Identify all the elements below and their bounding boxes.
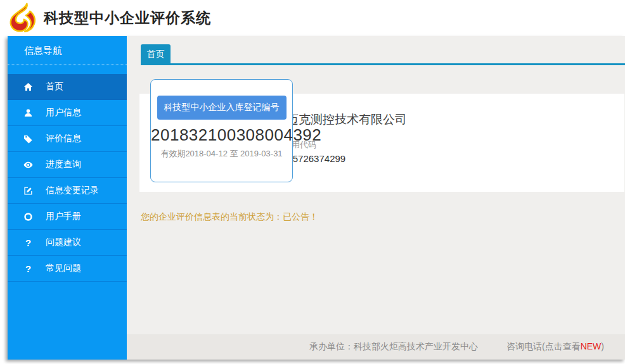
- sidebar-item-label: 进度查询: [46, 159, 81, 170]
- registration-validity: 有效期2018-04-12 至 2019-03-31: [151, 148, 292, 160]
- page-footer: 承办单位：科技部火炬高技术产业开发中心 咨询电话(点击查看NEW): [127, 334, 625, 360]
- registration-badge-button[interactable]: 科技型中小企业入库登记编号: [157, 96, 287, 120]
- question-icon: ?: [23, 263, 34, 274]
- footer-organizer: 承办单位：科技部火炬高技术产业开发中心: [309, 341, 478, 353]
- sidebar-nav: 信息导航 首页 用户信息 评价信息: [8, 36, 127, 360]
- user-icon: [23, 108, 34, 118]
- new-badge: NEW: [581, 341, 602, 351]
- registration-number: 201832100308004392: [151, 125, 292, 145]
- sidebar-item-user-manual[interactable]: 用户手册: [8, 204, 127, 230]
- sidebar-item-label: 首页: [46, 81, 63, 92]
- sidebar-title: 信息导航: [8, 36, 127, 65]
- footer-phone-text: 咨询电话(点击查看: [506, 341, 581, 351]
- sidebar-item-user-info[interactable]: 用户信息: [8, 100, 127, 126]
- tab-underline: [141, 63, 625, 65]
- sidebar-menu: 首页 用户信息 评价信息 进度查询: [8, 74, 127, 282]
- sidebar-item-change-records[interactable]: 信息变更记录: [8, 178, 127, 204]
- sidebar-item-label: 用户手册: [46, 211, 81, 222]
- app-header: 科技型中小企业评价系统: [0, 0, 625, 36]
- question-icon: ?: [23, 237, 34, 248]
- footer-phone-link[interactable]: 咨询电话(点击查看NEW): [506, 341, 604, 353]
- ring-icon: [23, 211, 34, 222]
- sidebar-item-label: 用户信息: [46, 107, 81, 118]
- sidebar-item-progress-query[interactable]: 进度查询: [8, 152, 127, 178]
- sidebar-item-home[interactable]: 首页: [8, 74, 127, 100]
- footer-phone-close: ): [601, 341, 604, 351]
- torch-logo-icon: [8, 1, 38, 35]
- sidebar-item-suggestions[interactable]: ? 问题建议: [8, 230, 127, 256]
- sidebar-item-label: 问题建议: [46, 237, 81, 248]
- status-message: 您的企业评价信息表的当前状态为：已公告！: [141, 211, 318, 223]
- page-title: 科技型中小企业评价系统: [44, 8, 211, 28]
- sidebar-item-evaluation-info[interactable]: 评价信息: [8, 126, 127, 152]
- main-content: 首页 科技型中小企业入库登记编号 201832100308004392 有效期2…: [127, 36, 625, 360]
- sidebar-item-label: 信息变更记录: [46, 185, 99, 196]
- app-body: 信息导航 首页 用户信息 评价信息: [8, 36, 625, 360]
- home-icon: [23, 82, 34, 92]
- registration-card: 科技型中小企业入库登记编号 201832100308004392 有效期2018…: [150, 79, 293, 182]
- tag-icon: [23, 134, 34, 144]
- sidebar-item-faq[interactable]: ? 常见问题: [8, 256, 127, 282]
- tab-home[interactable]: 首页: [141, 44, 171, 63]
- sidebar-item-label: 常见问题: [46, 263, 81, 274]
- sidebar-item-label: 评价信息: [46, 133, 81, 144]
- edit-icon: [23, 185, 34, 196]
- eye-icon: [23, 160, 34, 170]
